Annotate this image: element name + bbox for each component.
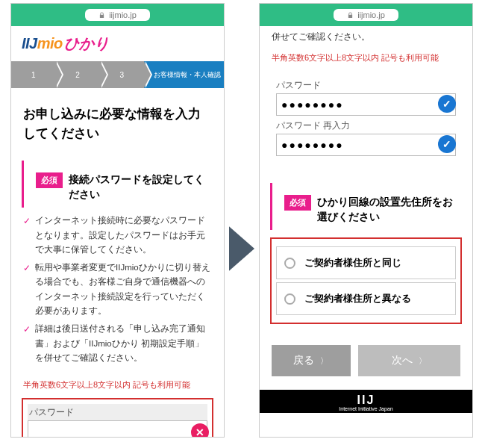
nav-buttons: 戻る 〉 次へ 〉	[260, 332, 472, 390]
password-hint: 半角英数6文字以上8文字以内 記号も利用可能	[11, 375, 224, 395]
back-button[interactable]: 戻る 〉	[272, 345, 351, 376]
password-confirm-label: パスワード 再入力	[276, 117, 456, 134]
section-title-text: ひかり回線の設置先住所をお選びください	[317, 195, 460, 224]
error-icon: ✕	[191, 423, 209, 438]
chevron-right-icon: 〉	[419, 355, 427, 367]
password-notes: ✓インターネット接続時に必要なパスワードとなります。設定したパスワードはお手元で…	[11, 208, 224, 374]
check-icon: ✓	[23, 322, 31, 366]
lock-icon	[98, 12, 105, 19]
radio-diff-address[interactable]: ご契約者様住所と異なる	[276, 282, 456, 315]
password-box-error: パスワード ✕ パスワード 再入力 ✕	[22, 398, 213, 438]
lock-icon	[347, 12, 354, 19]
url-text: iijmio.jp	[357, 10, 385, 19]
password-label: パスワード	[28, 404, 207, 420]
required-badge: 必須	[284, 195, 311, 211]
section-address: 必須 ひかり回線の設置先住所をお選びください	[270, 183, 472, 230]
required-badge: 必須	[36, 172, 63, 188]
chevron-right-icon: 〉	[320, 355, 328, 367]
password-input[interactable]	[276, 93, 456, 116]
section-title-text: 接続パスワードを設定してください	[69, 172, 212, 202]
password-box-ok: パスワード ✓ パスワード 再入力 ✓	[270, 71, 462, 164]
top-paragraph: 併せてご確認ください。	[260, 26, 472, 48]
password-input[interactable]	[28, 420, 207, 438]
ok-icon: ✓	[438, 135, 456, 153]
logo-hikari: ひかり	[64, 34, 109, 54]
browser-address-bar: iijmio.jp	[260, 4, 472, 26]
footer: IIJ Internet Initiative Japan	[260, 390, 472, 413]
next-button[interactable]: 次へ 〉	[358, 345, 460, 376]
footer-logo: IIJ	[260, 394, 472, 406]
ok-icon: ✓	[438, 95, 456, 113]
section-password: 必須 接続パスワードを設定してください	[22, 161, 224, 208]
brand-logo: IIJmio ひかり	[11, 26, 224, 61]
step-1: 1	[11, 61, 55, 88]
password-confirm-input[interactable]	[276, 134, 456, 156]
address-radio-group: ご契約者様住所と同じ ご契約者様住所と異なる	[270, 237, 462, 324]
phone-screen-left: iijmio.jp IIJmio ひかり 1 2 3 お客様情報・本人確認 お申…	[10, 3, 225, 438]
password-label: パスワード	[276, 77, 456, 93]
svg-marker-0	[229, 226, 254, 271]
step-active: お客様情報・本人確認	[144, 61, 224, 88]
progress-steps: 1 2 3 お客様情報・本人確認	[11, 61, 224, 88]
radio-icon	[284, 293, 295, 305]
radio-icon	[284, 258, 295, 269]
password-hint: 半角英数6文字以上8文字以内 記号も利用可能	[260, 48, 472, 68]
browser-address-bar: iijmio.jp	[11, 4, 224, 26]
radio-same-address[interactable]: ご契約者様住所と同じ	[276, 246, 456, 279]
footer-subtext: Internet Initiative Japan	[260, 406, 472, 411]
phone-screen-right: iijmio.jp 併せてご確認ください。 半角英数6文字以上8文字以内 記号も…	[259, 3, 473, 438]
check-icon: ✓	[23, 214, 31, 258]
url-pill[interactable]: iijmio.jp	[334, 9, 398, 21]
page-title: お申し込みに必要な情報を入力してください	[11, 88, 224, 150]
url-text: iijmio.jp	[109, 10, 137, 19]
check-icon: ✓	[23, 261, 31, 319]
flow-arrow-icon	[229, 226, 254, 274]
url-pill[interactable]: iijmio.jp	[85, 9, 150, 21]
